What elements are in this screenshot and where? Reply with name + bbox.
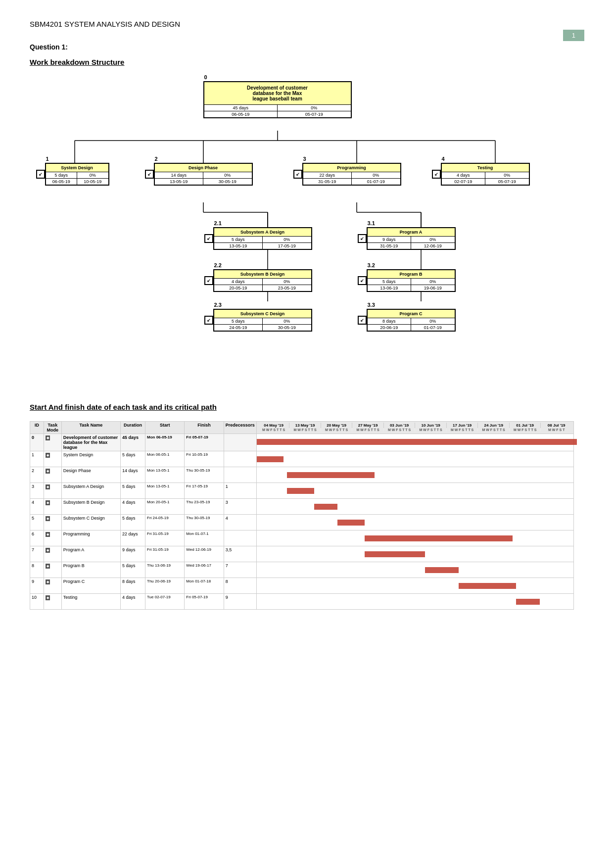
wbs-l2-subB: 2.2 ↙ Subsystem B Design 4 days 0% 20-05…: [213, 269, 312, 292]
wbs-l2-progC-finish: 01-07-19: [411, 325, 455, 331]
wbs-l2-progB-finish: 19-06-19: [411, 285, 455, 291]
wbs-diagram: 0 Development of customerdatabase for th…: [35, 76, 579, 383]
col-finish: Finish: [185, 422, 224, 434]
wbs-l1-prog-title: Programming: [303, 164, 400, 172]
wbs-l1-system: 1 ↙ System Design 5 days 0% 06-05-19 10-…: [45, 163, 109, 186]
wbs-l1-prog-pct: 0%: [352, 172, 400, 178]
wbs-l1-design: 2 ↙ Design Phase 14 days 0% 13-05-19 30-…: [154, 163, 253, 186]
gantt-cell-mode: ◆: [44, 467, 61, 483]
wbs-l1-system-dur: 5 days: [46, 172, 78, 178]
wbs-l2-progB-pct: 0%: [411, 279, 455, 285]
wbs-l2-progB: 3.2 ↙ Program B 5 days 0% 13-06-19 19-06…: [367, 269, 456, 292]
gantt-cell-start: Mon 13-05-1: [145, 467, 185, 483]
gantt-cell-name: Subsystem B Design: [61, 499, 120, 515]
wbs-l2-subB-id: 2.2: [214, 262, 222, 268]
gantt-cell-id: 10: [30, 594, 44, 610]
wbs-l2-subC-pct: 0%: [263, 318, 311, 324]
gantt-cell-bar: [256, 530, 573, 546]
gantt-cell-finish: Fri 10-05-19: [185, 451, 224, 467]
gantt-row: 9 ◆ Program C 8 days Thu 20-06-19 Mon 01…: [30, 578, 574, 594]
wbs-l1-system-pct: 0%: [77, 172, 108, 178]
col-mode: Task Mode: [44, 422, 61, 434]
wbs-l2-subB-start: 20-05-19: [214, 285, 263, 291]
gantt-cell-mode: ◆: [44, 434, 61, 451]
gantt-row: 4 ◆ Subsystem B Design 4 days Mon 20-05-…: [30, 499, 574, 515]
wbs-l2-subC-dur: 5 days: [214, 318, 263, 324]
wbs-l2-subA-icon: ↙: [204, 234, 213, 243]
wbs-l1-testing-finish: 05-07-19: [485, 179, 529, 185]
col-pred: Predecessors: [224, 422, 256, 434]
wbs-l1-testing: 4 ↙ Testing 4 days 0% 02-07-19 05-07-19: [441, 163, 530, 186]
wbs-root-finish: 05-07-19: [278, 111, 351, 117]
wbs-l2-progC: 3.3 ↙ Program C 8 days 0% 20-06-19 01-07…: [367, 309, 456, 332]
wbs-l2-subC-id: 2.3: [214, 302, 222, 308]
gantt-cell-pred: 7: [224, 562, 256, 578]
gantt-row: 8 ◆ Program B 5 days Thu 13-06-19 Wed 19…: [30, 562, 574, 578]
wbs-l2-progC-id: 3.3: [368, 302, 375, 308]
gantt-cell-finish: Thu 23-05-19: [185, 499, 224, 515]
wbs-l2-progB-icon: ↙: [358, 276, 367, 285]
gantt-cell-start: Fri 24-05-19: [145, 515, 185, 530]
wbs-l2-subB-dur: 4 days: [214, 279, 263, 285]
gantt-cell-bar: [256, 594, 573, 610]
wbs-l1-testing-start: 02-07-19: [442, 179, 486, 185]
gantt-row: 5 ◆ Subsystem C Design 5 days Fri 24-05-…: [30, 515, 574, 530]
col-start: Start: [145, 422, 185, 434]
gantt-cell-finish: Wed 12-06-19: [185, 546, 224, 562]
wbs-l2-progC-dur: 8 days: [368, 318, 412, 324]
wbs-l1-testing-id: 4: [442, 156, 445, 162]
wbs-l1-design-id: 2: [155, 156, 158, 162]
gantt-cell-id: 6: [30, 530, 44, 546]
wbs-l1-prog-start: 31-05-19: [303, 179, 352, 185]
col-id: ID: [30, 422, 44, 434]
gantt-cell-finish: Thu 30-05-19: [185, 515, 224, 530]
gantt-cell-bar: [256, 546, 573, 562]
gantt-cell-duration: 14 days: [121, 467, 145, 483]
wbs-l1-system-finish: 10-05-19: [77, 179, 108, 185]
wbs-l1-design-dur: 14 days: [155, 172, 204, 178]
wbs-l2-progA-pct: 0%: [411, 237, 455, 242]
wbs-root-pct: 0%: [278, 105, 351, 111]
gantt-cell-mode: ◆: [44, 530, 61, 546]
wbs-l2-subB-pct: 0%: [263, 279, 311, 285]
gantt-cell-finish: Fri 05-07-19: [185, 434, 224, 451]
gantt-cell-id: 9: [30, 578, 44, 594]
gantt-cell-id: 3: [30, 483, 44, 499]
gantt-cell-start: Mon 06-05-1: [145, 451, 185, 467]
wbs-l2-subC-title: Subsystem C Design: [214, 310, 311, 318]
wbs-l2-subC-start: 24-05-19: [214, 325, 263, 331]
wbs-l2-subA-id: 2.1: [214, 220, 222, 226]
gantt-cell-duration: 5 days: [121, 515, 145, 530]
wbs-l1-testing-pct: 0%: [485, 172, 529, 178]
gantt-cell-id: 1: [30, 451, 44, 467]
gantt-cell-duration: 4 days: [121, 499, 145, 515]
wbs-root-duration: 45 days: [204, 105, 278, 111]
wbs-l2-progB-id: 3.2: [368, 262, 375, 268]
gantt-cell-start: Tue 02-07-19: [145, 594, 185, 610]
gantt-cell-finish: Thu 30-05-19: [185, 467, 224, 483]
wbs-l2-progC-title: Program C: [368, 310, 455, 318]
gantt-cell-name: Subsystem C Design: [61, 515, 120, 530]
wbs-l2-subB-title: Subsystem B Design: [214, 270, 311, 278]
gantt-cell-duration: 8 days: [121, 578, 145, 594]
wbs-l1-system-id: 1: [46, 156, 49, 162]
gantt-cell-start: Mon 06-05-19: [145, 434, 185, 451]
wbs-l1-testing-title: Testing: [442, 164, 529, 172]
gantt-row: 0 ◆ Development of customer database for…: [30, 434, 574, 451]
gantt-row: 10 ◆ Testing 4 days Tue 02-07-19 Fri 05-…: [30, 594, 574, 610]
gantt-cell-start: Thu 13-06-19: [145, 562, 185, 578]
gantt-cell-name: Programming: [61, 530, 120, 546]
wbs-l1-design-finish: 30-05-19: [203, 179, 252, 185]
wbs-l2-progA-finish: 12-06-19: [411, 243, 455, 249]
wbs-l1-design-title: Design Phase: [155, 164, 252, 172]
gantt-cell-bar: [256, 434, 573, 451]
gantt-cell-bar: [256, 451, 573, 467]
wbs-l2-progA-dur: 9 days: [368, 237, 412, 242]
gantt-cell-name: System Design: [61, 451, 120, 467]
gantt-cell-pred: [224, 451, 256, 467]
gantt-cell-name: Program B: [61, 562, 120, 578]
gantt-cell-mode: ◆: [44, 546, 61, 562]
wbs-root-start: 06-05-19: [204, 111, 278, 117]
gantt-cell-start: Fri 31-05-19: [145, 546, 185, 562]
gantt-row: 7 ◆ Program A 9 days Fri 31-05-19 Wed 12…: [30, 546, 574, 562]
